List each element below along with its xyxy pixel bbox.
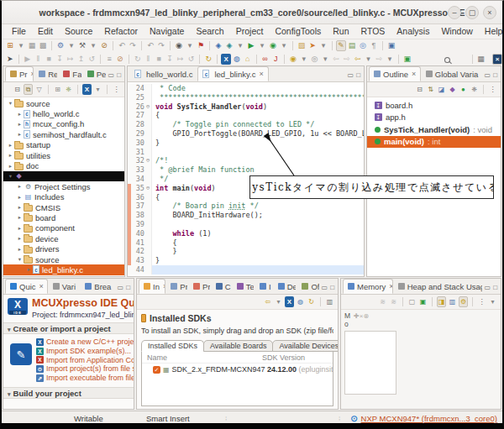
tree-item-project-root[interactable]: ▾◆	[3, 171, 124, 181]
explorer-tab-pr[interactable]: Pr×	[5, 66, 34, 81]
terminate-icon[interactable]: ■	[44, 54, 54, 65]
sdk-tab-c[interactable]: C	[211, 279, 232, 294]
tree-item-mcux-config-h[interactable]: ▸hmcux_config.h	[3, 119, 124, 129]
outline-item-app-h[interactable]: ↧app.h	[367, 112, 501, 124]
external-display-icon[interactable]: ▣	[386, 40, 396, 51]
redo-icon[interactable]: ↷	[128, 40, 138, 51]
quickstart-link-create-a-new-c-c-project-[interactable]: XCreate a new C/C++ project...	[36, 337, 134, 347]
close-tab-icon[interactable]: ×	[412, 70, 416, 78]
tree-chevron-icon[interactable]: ▸	[16, 131, 24, 138]
expand-all-icon[interactable]: ⊞	[53, 84, 62, 95]
menu-project[interactable]: Project	[230, 24, 270, 39]
tree-item-led-blinky-c[interactable]: ▸cled_blinky.c	[3, 264, 124, 275]
outline-tab-global-varia[interactable]: Global Varia	[421, 66, 483, 81]
tree-chevron-icon[interactable]: ▸	[7, 142, 14, 149]
web-icon[interactable]: ◍	[296, 296, 305, 307]
sdk-subtab-available-boards[interactable]: Available Boards	[203, 340, 273, 352]
tree-item-cmsis[interactable]: ▸CMSIS	[3, 202, 124, 212]
code-line[interactable]: 42 }	[128, 247, 364, 256]
sdk-tab-de[interactable]: De	[273, 279, 297, 294]
new-tab-icon[interactable]: ▢	[407, 296, 417, 307]
open-directory-icon[interactable]: ▨	[297, 40, 307, 51]
pin-editor-icon[interactable]: ◎	[310, 54, 320, 65]
maximize-panel-icon[interactable]: □	[493, 284, 497, 291]
filter-icon[interactable]: ▽	[34, 84, 44, 95]
minimize-panel-icon[interactable]: ▭	[485, 71, 491, 79]
restart-icon[interactable]: ↻	[133, 54, 143, 65]
fwd-history-icon[interactable]: ⇨	[374, 54, 384, 65]
sdk-tab-of[interactable]: Of	[297, 279, 319, 294]
memory-tab-memory[interactable]: Memory×	[343, 279, 393, 294]
drop-to-frame-icon[interactable]: ↺	[87, 54, 97, 65]
welcome-globe-icon[interactable]: ◍	[232, 54, 242, 65]
tree-item-semihost-hardfault-c[interactable]: ▸csemihost_hardfault.c	[3, 129, 124, 139]
mcux-tools-icon[interactable]: X	[82, 84, 92, 95]
build-dropdown-icon[interactable]: ▾	[88, 40, 98, 51]
sdk-tab-te[interactable]: Te	[232, 279, 255, 294]
minimize-panel-icon[interactable]: ▭	[322, 284, 328, 291]
back-icon[interactable]: ⇦	[263, 296, 272, 307]
tree-item-includes[interactable]: ▸▤Includes	[3, 192, 124, 202]
editor-tab-hello-world-c[interactable]: chello_world.c	[129, 66, 197, 81]
maximize-panel-icon[interactable]: □	[330, 284, 334, 291]
new-memory-view-icon[interactable]: ▣	[418, 296, 428, 307]
tree-chevron-icon[interactable]: ▸	[16, 121, 24, 128]
code-line[interactable]: 37 /* Board pin init */	[128, 201, 364, 211]
tree-chevron-icon[interactable]: ▸	[16, 214, 24, 221]
minimize-panel-icon[interactable]: ▭	[348, 71, 354, 79]
tree-chevron-icon[interactable]: ▸	[16, 183, 24, 190]
layout-icon[interactable]: ▥	[325, 296, 334, 307]
menu-help[interactable]: Help	[479, 24, 504, 39]
install-sdk-icon[interactable]: ⌂	[243, 54, 253, 65]
tree-chevron-icon[interactable]: ▸	[16, 204, 24, 211]
tree-chevron-icon[interactable]: ▾	[16, 256, 24, 263]
hex-view-alt-icon[interactable]: ≋	[389, 296, 398, 307]
maximize-panel-icon[interactable]: □	[356, 71, 360, 79]
menu-rtos[interactable]: RTOS	[355, 24, 391, 39]
code-line[interactable]: 31	[128, 148, 364, 157]
mcux-config-icon[interactable]: X	[221, 54, 231, 65]
code-line[interactable]: 33 * @brief Main function	[128, 165, 364, 175]
outline-tab-outline[interactable]: Outline×	[369, 66, 421, 81]
tree-chevron-icon[interactable]: ▸	[7, 163, 14, 170]
explorer-tab-re[interactable]: Re	[34, 66, 58, 81]
profile-icon[interactable]: ◉	[268, 40, 278, 51]
settings-icon[interactable]: ⚙	[459, 296, 468, 307]
sdk-subtab-available-devices[interactable]: Available Devices	[272, 340, 338, 352]
run-icon[interactable]: ▶	[246, 40, 256, 51]
section-create-or-import[interactable]: ▾Create or import a project	[3, 322, 134, 334]
forward-edit-icon[interactable]: ↷	[156, 40, 166, 51]
show-whitespace-icon[interactable]: ¶	[369, 40, 379, 51]
more-icon[interactable]: ⋮	[477, 296, 486, 307]
maximize-panel-icon[interactable]: □	[126, 284, 130, 291]
select-pointer-icon[interactable]: ➤	[5, 54, 15, 65]
tree-item-device[interactable]: ▸device	[3, 233, 124, 243]
filters-icon[interactable]: ❈	[470, 84, 479, 95]
annotations-icon[interactable]: ▤	[347, 40, 357, 51]
tree-item-source[interactable]: ▾source	[3, 254, 124, 264]
collapse-all-icon[interactable]: ⊟	[13, 84, 22, 95]
pencil-edit-icon[interactable]: ✎	[336, 40, 346, 51]
minimize-panel-icon[interactable]: ▭	[118, 284, 124, 291]
tree-chevron-icon[interactable]: ▾	[7, 100, 14, 107]
close-tab-icon[interactable]: ×	[259, 70, 263, 78]
focus-icon[interactable]: ❈	[64, 84, 73, 95]
remove-all-monitors-icon[interactable]: ⊗	[363, 312, 369, 320]
menu-search[interactable]: Search	[190, 24, 229, 39]
quickstart-link-import-sdk-example-s-[interactable]: XImport SDK example(s)...	[36, 347, 134, 356]
tree-item-drivers[interactable]: ▸drivers	[3, 243, 124, 254]
step-alt-icon[interactable]: ↧	[165, 54, 175, 65]
more-dropdown-icon[interactable]: ▾	[488, 296, 497, 307]
sdk-table-row[interactable]: ✓▦SDK_2.x_FRDM-MCXN94724.12.00 (eplugins…	[142, 364, 333, 375]
code-line[interactable]: 41 {	[128, 238, 364, 248]
code-line[interactable]: 44	[128, 265, 364, 275]
menu-refactor[interactable]: Refactor	[98, 24, 144, 39]
jlink-icon[interactable]: J	[270, 54, 281, 65]
sdk-tab-in[interactable]: In×	[139, 279, 165, 294]
minimize-panel-icon[interactable]: ▭	[485, 284, 491, 291]
tree-item-hello-world-c[interactable]: ▸chello_world.c	[3, 108, 124, 118]
tree-item-board[interactable]: ▸board	[3, 212, 124, 222]
quickstart-link-import-project-s-from-file-sys[interactable]: ⊙Import project(s) from file sys	[36, 364, 134, 374]
fold-marker-icon[interactable]: ⊖	[144, 156, 152, 165]
target-device-link[interactable]: NXP MCXN947* (frdmmcxn...3_core0)	[361, 414, 497, 423]
